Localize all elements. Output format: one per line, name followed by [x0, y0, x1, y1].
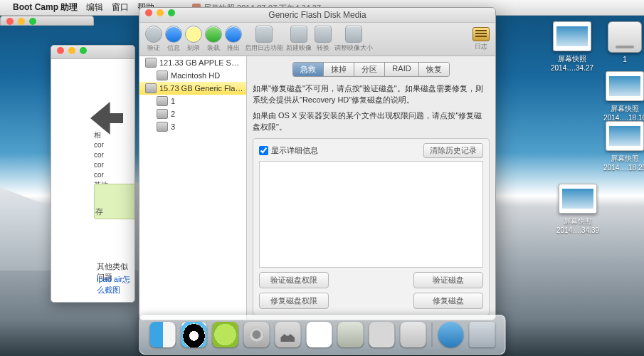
- tab-1[interactable]: 抹掉: [324, 63, 354, 76]
- screenshot-thumb-icon: [606, 121, 644, 151]
- toolbar-info-button[interactable]: 信息: [165, 26, 182, 53]
- dock-app-qq[interactable]: [181, 322, 206, 347]
- disk-icon: [157, 109, 168, 119]
- log-textarea[interactable]: [259, 161, 483, 268]
- disk-utility-window: Generic Flash Disk Media 验证信息刻录装载推出启用日志功…: [139, 7, 496, 320]
- toolbar-label: 日志: [475, 42, 487, 51]
- resize-icon: [345, 26, 362, 43]
- tab-4[interactable]: 恢复: [419, 63, 449, 76]
- disk-label: 3: [171, 122, 175, 131]
- dock-app-term[interactable]: [369, 322, 394, 347]
- repair-permissions-button[interactable]: 修复磁盘权限: [259, 293, 329, 309]
- menu-edit[interactable]: 编辑: [86, 1, 103, 14]
- toolbar-resize-button[interactable]: 调整映像大小: [334, 26, 373, 53]
- traffic-lights[interactable]: [6, 18, 36, 25]
- disk-icon: [157, 122, 168, 132]
- dock-app-text[interactable]: [306, 322, 332, 347]
- info-icon: [165, 26, 182, 43]
- convert-icon: [315, 26, 332, 43]
- dock-app-disk[interactable]: [400, 322, 426, 347]
- desktop-icon[interactable]: 1: [603, 21, 644, 63]
- disk-icon: [157, 96, 168, 106]
- sidebar-disk-item[interactable]: 121.33 GB APPLE SSD TS…: [139, 56, 246, 69]
- dock-app-calc[interactable]: [337, 322, 363, 347]
- disk-label: 15.73 GB Generic Flash Disk Media: [159, 84, 243, 93]
- toolbar-new-button[interactable]: 新建映像: [286, 26, 312, 53]
- dock-app-mail[interactable]: [275, 322, 300, 347]
- show-details-checkbox[interactable]: 显示详细信息: [259, 145, 318, 156]
- burn-icon: [185, 26, 202, 43]
- sidebar-disk-item[interactable]: 1: [139, 95, 246, 108]
- desktop-icon[interactable]: 屏幕快照 2014….18.16: [603, 71, 644, 122]
- description-text: 如果"修复磁盘"不可用，请点按"验证磁盘"。如果磁盘需要修复，则系统会提供从"R…: [253, 83, 490, 132]
- toolbar-label: 新建映像: [286, 43, 312, 53]
- toolbar-log-button[interactable]: 日志: [473, 27, 490, 51]
- repair-disk-button[interactable]: 修复磁盘: [413, 293, 483, 309]
- toolbar-label: 转换: [317, 43, 329, 53]
- sidebar-disk-item[interactable]: 3: [139, 120, 246, 133]
- app-menu[interactable]: Boot Camp 助理: [13, 1, 78, 14]
- mount-icon: [205, 26, 222, 43]
- desktop-icon[interactable]: 屏幕快照 2014….18.25: [603, 121, 644, 172]
- content-pane: 急救抹掉分区RAID恢复 如果"修复磁盘"不可用，请点按"验证磁盘"。如果磁盘需…: [247, 56, 495, 320]
- icon-label: 屏幕快照 2014….34.39: [556, 216, 599, 234]
- dock-app-music[interactable]: [212, 322, 238, 347]
- desktop-icon[interactable]: 屏幕快照 2014….34.39: [556, 184, 599, 234]
- toolbar-enable-button[interactable]: 启用日志功能: [245, 26, 283, 53]
- dock-app-gear[interactable]: [243, 322, 269, 347]
- menu-window[interactable]: 窗口: [112, 1, 129, 14]
- desktop-icon[interactable]: 屏幕快照 2014….34.27: [551, 21, 593, 72]
- verify-permissions-button[interactable]: 验证磁盘权限: [259, 272, 329, 288]
- show-details-label: 显示详细信息: [271, 145, 318, 156]
- clear-history-button[interactable]: 清除历史记录: [423, 143, 483, 158]
- traffic-lights[interactable]: [145, 9, 175, 16]
- toolbar-label: 调整映像大小: [334, 43, 373, 53]
- browser-window[interactable]: 相corcorcorcor其他 存 其他类似问题 ipad air怎么截图: [51, 45, 135, 303]
- window-titlebar[interactable]: Generic Flash Disk Media: [139, 8, 495, 23]
- toolbar-label: 推出: [227, 43, 240, 53]
- toolbar-eject-button[interactable]: 推出: [225, 26, 242, 53]
- toolbar: 验证信息刻录装载推出启用日志功能新建映像转换调整映像大小日志: [139, 23, 495, 56]
- eject-icon: [225, 26, 242, 43]
- show-details-input[interactable]: [259, 146, 268, 155]
- background-toolbar: [0, 16, 94, 26]
- tab-bar: 急救抹掉分区RAID恢复: [253, 62, 490, 77]
- dock-app-dl[interactable]: [438, 322, 463, 347]
- toolbar-mount-button[interactable]: 装载: [205, 26, 222, 53]
- browser-titlebar[interactable]: [51, 46, 134, 59]
- sidebar-disk-item[interactable]: Macintosh HD: [139, 69, 246, 82]
- dock-app-trash[interactable]: [469, 322, 495, 347]
- related-link[interactable]: ipad air怎么截图: [97, 275, 130, 294]
- icon-label: 屏幕快照 2014….18.25: [603, 154, 644, 172]
- sidebar-disk-item[interactable]: 15.73 GB Generic Flash Disk Media: [139, 82, 246, 95]
- toolbar-label: 信息: [167, 43, 180, 53]
- drive-icon: [608, 21, 642, 53]
- toolbar-burn-button[interactable]: 刻录: [185, 26, 202, 53]
- tab-0[interactable]: 急救: [293, 63, 324, 76]
- disk-icon: [145, 58, 157, 68]
- toolbar-label: 验证: [147, 43, 160, 53]
- screenshot-thumb-icon: [553, 21, 591, 51]
- desktop: Boot Camp 助理 编辑 窗口 帮助 屏幕快照 2014-07-07 下午…: [0, 0, 644, 356]
- window-title: Generic Flash Disk Media: [268, 10, 366, 20]
- tab-2[interactable]: 分区: [354, 63, 385, 76]
- disk-label: 1: [171, 97, 175, 105]
- toolbar-convert-button[interactable]: 转换: [315, 26, 332, 53]
- verify-icon: [145, 26, 162, 43]
- disk-icon: [157, 70, 168, 80]
- icon-label: 屏幕快照 2014….34.27: [551, 54, 593, 72]
- screenshot-thumb-icon: [559, 184, 597, 214]
- dock[interactable]: [139, 315, 505, 355]
- detail-panel: 显示详细信息 清除历史记录 验证磁盘权限 验证磁盘 修复磁盘权限 修复磁盘: [253, 138, 490, 315]
- enable-icon: [255, 26, 273, 43]
- dock-app-finder[interactable]: [149, 322, 175, 347]
- disk-sidebar[interactable]: 121.33 GB APPLE SSD TS…Macintosh HD15.73…: [139, 56, 247, 320]
- toolbar-label: 装载: [207, 43, 220, 53]
- screenshot-thumb-icon: [606, 71, 644, 101]
- verify-disk-button[interactable]: 验证磁盘: [413, 272, 483, 288]
- sidebar-disk-item[interactable]: 2: [139, 108, 246, 120]
- tab-3[interactable]: RAID: [385, 63, 418, 76]
- toolbar-verify-button[interactable]: 验证: [145, 26, 162, 53]
- toolbar-label: 刻录: [187, 43, 200, 53]
- disk-icon: [145, 83, 157, 93]
